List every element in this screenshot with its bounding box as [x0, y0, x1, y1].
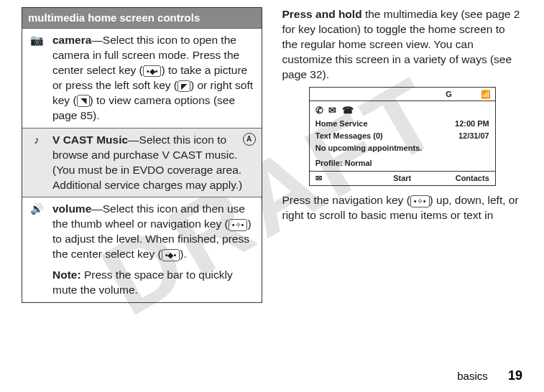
- center-select-key-icon: •◆•: [162, 249, 180, 261]
- screen-icon-row: ✆ ✉ ☎: [315, 104, 489, 117]
- date-label: 12/31/07: [458, 131, 489, 141]
- soft-right: Contacts: [432, 172, 495, 185]
- time-label: 12:00 PM: [455, 118, 489, 129]
- right-soft-key-icon: ◥: [77, 95, 90, 107]
- nav-key-icon: •✧•: [410, 195, 430, 207]
- paragraph: Press the navigation key (•✧•) up, down,…: [282, 193, 523, 223]
- soft-mid: Start: [373, 172, 432, 185]
- table-row: 🔊 volume—Select this icon and then use t…: [22, 197, 262, 302]
- phone-screen-mock: G 📶 ✆ ✉ ☎ Home Service 12:00 PM Text Mes…: [309, 87, 496, 187]
- page-content: multimedia home screen controls 📷 camera…: [0, 0, 544, 303]
- table-row: 📷 camera—Select this icon to open the ca…: [22, 28, 262, 128]
- row-title: camera: [52, 34, 91, 46]
- row-title: volume: [52, 202, 91, 215]
- row-title: V CAST Music: [52, 134, 128, 146]
- camera-icon: 📷: [28, 33, 45, 123]
- volume-desc: volume—Select this icon and then use the…: [52, 202, 256, 298]
- volume-icon: 🔊: [28, 202, 45, 298]
- section-label: basics: [457, 370, 488, 382]
- appointments-label: No upcoming appointments.: [315, 143, 489, 154]
- left-soft-key-icon: ◤: [178, 80, 190, 93]
- right-column: Press and hold the multimedia key (see p…: [282, 7, 523, 303]
- screen-softkeys: ✉ Start Contacts: [310, 171, 495, 185]
- screen-status-bar: G 📶: [310, 88, 495, 102]
- left-column: multimedia home screen controls 📷 camera…: [22, 7, 262, 303]
- music-icon: ♪: [28, 133, 45, 193]
- evdo-badge-icon: A: [243, 133, 256, 146]
- page-footer: basics 19: [457, 368, 522, 383]
- soft-left: ✉: [310, 172, 373, 185]
- screen-body: ✆ ✉ ☎ Home Service 12:00 PM Text Message…: [310, 101, 495, 171]
- text-messages-label: Text Messages (0): [315, 131, 383, 141]
- nav-key-icon: •✧•: [229, 219, 248, 231]
- center-select-key-icon: •◆•: [143, 65, 162, 78]
- profile-label: Profile: Normal: [315, 158, 489, 169]
- status-icon: G: [446, 89, 452, 100]
- controls-table: multimedia home screen controls 📷 camera…: [22, 7, 262, 303]
- note-label: Note:: [52, 269, 81, 281]
- vcast-desc: A V CAST Music—Select this icon to brows…: [52, 133, 256, 193]
- camera-desc: camera—Select this icon to open the came…: [52, 33, 256, 123]
- table-row: ♪ A V CAST Music—Select this icon to bro…: [22, 128, 262, 197]
- page-number: 19: [508, 368, 522, 383]
- table-header: multimedia home screen controls: [22, 8, 262, 28]
- home-service-label: Home Service: [315, 118, 368, 129]
- signal-icon: 📶: [481, 89, 491, 100]
- paragraph: Press and hold the multimedia key (see p…: [282, 7, 523, 83]
